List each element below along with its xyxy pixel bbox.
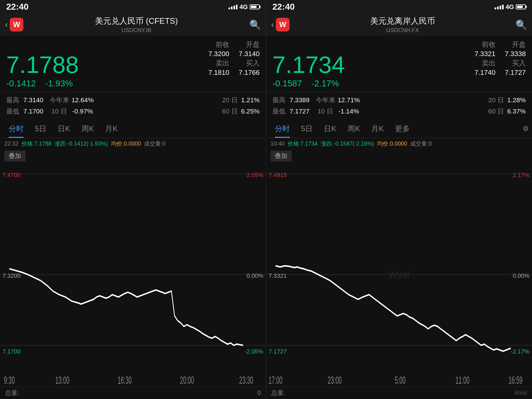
stat-label-0-left: 最高 [6,96,23,104]
tab-fenshi-right[interactable]: 分时 [269,119,295,138]
subtitle-right: USDCNH.FX [370,27,435,34]
val-qian-shou-left: 7.3200 [208,50,229,58]
status-left: 22:40 4G [0,0,266,14]
chart-bot-price-right: 7.1727 [269,348,287,355]
chart-wrap-left: 7.4700 2.05% 7.3200 0.00% 7.1700 -2.05% … [0,163,266,387]
price-section-right: 7.1734 前收 开盘 7.3321 7.3338 卖出 买入 7.1740 … [266,36,532,92]
val-mai-chu-left: 7.1810 [208,69,229,77]
chart-info-left: 22:32 价格:7.1788 涨跌:-0.1412(-1.93%) 均价:0.… [0,138,266,149]
stat-mid-label-1-left: 10 日 [48,107,70,116]
subtitle-left: USDCNY.IB [95,27,178,34]
time-right: 22:40 [272,2,295,12]
val-kai-pan-right: 7.3338 [505,50,526,58]
header-center-right: 美元兑离岸人民币 USDCNH.FX [370,16,435,34]
total-value-left: 0 [257,389,261,397]
chart-top-price-right: 7.4915 [269,172,287,179]
svg-text:20:00: 20:00 [180,374,194,386]
stat-value-0-left: 7.3140 [23,96,48,104]
svg-text:16:30: 16:30 [117,374,132,386]
stat-mid-value-1-right: -1.14% [336,108,361,115]
network-left: 4G [239,3,248,11]
price-main-row-left: 7.1788 前收 开盘 7.3200 7.3140 卖出 买入 7.1810 … [6,40,260,77]
logo-left: W [10,18,23,31]
tab-5day-right[interactable]: 5日 [295,119,318,138]
label-kai-pan-right: 开盘 [505,40,526,49]
status-bar: 22:40 4G 22:40 4G [0,0,532,14]
tab-dayk-left[interactable]: 日K [52,119,76,138]
stat-right-label-0-right: 20 日 [488,96,504,104]
back-arrow-left: ‹ [5,20,8,30]
change-pct-right: -2.17% [311,79,339,89]
wind-label-right: Wind [514,390,527,396]
search-button-left[interactable]: 🔍 [249,19,261,30]
tab-zhouk-right[interactable]: 周K [342,119,366,138]
stat-right-label-1-left: 60 日 [222,107,238,116]
val-mai-ru-left: 7.1766 [239,69,260,77]
val-mai-ru-right: 7.1727 [505,69,526,77]
stats-row-1-right: 最低 7.1727 10 日 -1.14% 60 日 6.37% [272,106,526,117]
stats-row-0-right: 最高 7.3389 今年来 12.71% 20 日 1.28% [272,94,526,106]
price-main-row-right: 7.1734 前收 开盘 7.3321 7.3338 卖出 买入 7.1740 … [272,40,526,77]
title-left: 美元兑人民币 (CFETS) [95,16,178,26]
label-qian-shou-left: 前收 [208,40,229,49]
logo-right: W [276,18,290,31]
price-details-right: 前收 开盘 7.3321 7.3338 卖出 买入 7.1740 7.1727 [474,40,526,77]
tab-yuek-right[interactable]: 月K [366,119,389,138]
gear-icon-right[interactable]: ⚙ [523,125,529,133]
tab-zhouk-left[interactable]: 周K [76,119,99,138]
bottom-bar-left: 总量: 0 [0,387,266,399]
chart-container-right: 10:40 价格:7.1734 涨跌:-0.1587(-2.16%) 均价:0.… [266,138,532,399]
battery-right [516,4,526,9]
svg-text:16:59: 16:59 [508,374,522,386]
label-mai-ru-left: 买入 [239,59,260,68]
tab-5day-left[interactable]: 5日 [29,119,52,138]
price-section-left: 7.1788 前收 开盘 7.3200 7.3140 卖出 买入 7.1810 … [0,36,266,92]
chart-mid-price-right: 7.3321 [269,272,287,279]
overlay-button-right[interactable]: 叠加 [271,151,292,161]
chart-price-right: 价格:7.1734 [288,140,318,147]
search-button-right[interactable]: 🔍 [515,19,527,30]
svg-text:11:00: 11:00 [455,374,469,386]
label-mai-chu-right: 卖出 [474,59,495,68]
chart-avg-right: 均价:0.0000 [377,140,407,147]
chart-svg-left: 9:30 13:00 16:30 20:00 23:30 [0,163,266,387]
back-button-right[interactable]: ‹ W [271,18,290,31]
svg-text:5:00: 5:00 [395,374,405,386]
price-changes-left: -0.1412 -1.93% [6,79,260,89]
svg-text:23:00: 23:00 [328,374,342,386]
chart-bot-price-left: 7.1700 [2,348,21,355]
chart-wrap-right: 7.4915 2.17% 7.3321 0.00% 7.1727 -2.17% … [266,163,532,387]
icons-left: 4G [228,3,260,11]
svg-text:9:30: 9:30 [4,374,15,386]
chart-vol-left: 成交量:0 [144,140,165,147]
stat-right-label-1-right: 60 日 [488,107,504,116]
change-abs-right: -0.1587 [272,79,302,89]
tab-dayk-right[interactable]: 日K [318,119,342,138]
val-qian-shou-right: 7.3321 [474,50,495,58]
overlay-button-left[interactable]: 叠加 [4,151,26,161]
tabs-left: 分时 5日 日K 周K 月K [0,119,266,138]
time-left: 22:40 [6,2,29,12]
total-label-right: 总量: [271,389,285,397]
chart-time-right: 10:40 [271,141,285,147]
stat-right-value-0-right: 1.28% [504,96,526,104]
tab-fenshi-left[interactable]: 分时 [3,119,29,138]
chart-top-price-left: 7.4700 [2,172,21,179]
price-big-left: 7.1788 [6,53,79,77]
header-left: ‹ W 美元兑人民币 (CFETS) USDCNY.IB 🔍 [0,14,266,36]
stats-row-0-left: 最高 7.3140 今年来 12.64% 20 日 1.21% [6,94,260,106]
stat-right-value-1-right: 6.37% [504,108,526,115]
title-right: 美元兑离岸人民币 [370,16,435,26]
svg-text:13:00: 13:00 [55,374,69,386]
back-button-left[interactable]: ‹ W [5,18,23,31]
tab-yuek-left[interactable]: 月K [99,119,123,138]
stats-section-right: 最高 7.3389 今年来 12.71% 20 日 1.28% 最低 7.172… [266,92,532,119]
tab-more-right[interactable]: 更多 [389,119,415,138]
icons-right: 4G [495,3,526,11]
stats-section-left: 最高 7.3140 今年来 12.64% 20 日 1.21% 最低 7.170… [0,92,266,119]
stat-mid-label-0-left: 今年来 [48,96,70,104]
stat-mid-value-1-left: -0.97% [70,108,95,115]
chart-bot-pct-left: -2.05% [245,348,263,355]
label-qian-shou-right: 前收 [474,40,495,49]
stat-value-0-right: 7.3389 [290,96,314,104]
